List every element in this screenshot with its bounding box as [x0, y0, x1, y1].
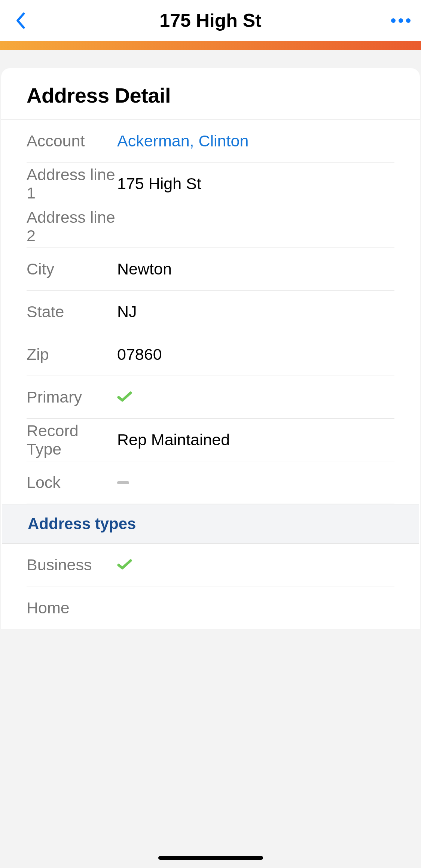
row-account: Account Ackerman, Clinton [27, 120, 394, 163]
chevron-left-icon [15, 12, 25, 30]
home-label: Home [27, 599, 117, 617]
state-value: NJ [117, 303, 137, 321]
checkmark-icon [117, 558, 132, 570]
page-title: 175 High St [159, 10, 261, 31]
recordtype-label: Record Type [27, 422, 117, 458]
zip-value: 07860 [117, 345, 162, 364]
row-lock: Lock [27, 461, 394, 504]
row-zip: Zip 07860 [27, 333, 394, 376]
home-indicator[interactable] [158, 856, 263, 860]
checkmark-icon [117, 391, 132, 403]
row-address1: Address line 1 175 High St [27, 163, 394, 205]
row-home: Home [27, 586, 394, 629]
address1-label: Address line 1 [27, 166, 117, 202]
section-title: Address types [28, 515, 393, 533]
state-label: State [27, 303, 117, 321]
lock-label: Lock [27, 473, 117, 492]
card-header: Address Detail [1, 68, 420, 120]
detail-rows: Account Ackerman, Clinton Address line 1… [1, 120, 420, 629]
more-button[interactable] [390, 9, 412, 32]
back-button[interactable] [9, 9, 31, 32]
primary-label: Primary [27, 388, 117, 406]
row-city: City Newton [27, 248, 394, 291]
section-address-types: Address types [2, 504, 419, 544]
address2-label: Address line 2 [27, 208, 117, 245]
nav-bar: 175 High St [0, 0, 421, 41]
accent-bar [0, 41, 421, 50]
business-value [117, 556, 132, 574]
address1-value: 175 High St [117, 174, 201, 193]
spacer [0, 50, 421, 68]
row-business: Business [27, 544, 394, 586]
city-label: City [27, 260, 117, 278]
zip-label: Zip [27, 345, 117, 364]
business-label: Business [27, 556, 117, 574]
row-primary: Primary [27, 376, 394, 419]
card-title: Address Detail [27, 83, 394, 107]
dash-icon [117, 481, 129, 484]
account-label: Account [27, 132, 117, 150]
recordtype-value: Rep Maintained [117, 431, 230, 449]
row-address2: Address line 2 [27, 205, 394, 248]
row-recordtype: Record Type Rep Maintained [27, 419, 394, 461]
city-value: Newton [117, 260, 172, 278]
more-horizontal-icon [391, 18, 411, 23]
primary-value [117, 388, 132, 406]
lock-value [117, 481, 129, 484]
account-link[interactable]: Ackerman, Clinton [117, 132, 248, 150]
row-state: State NJ [27, 291, 394, 333]
detail-card: Address Detail Account Ackerman, Clinton… [1, 68, 420, 629]
